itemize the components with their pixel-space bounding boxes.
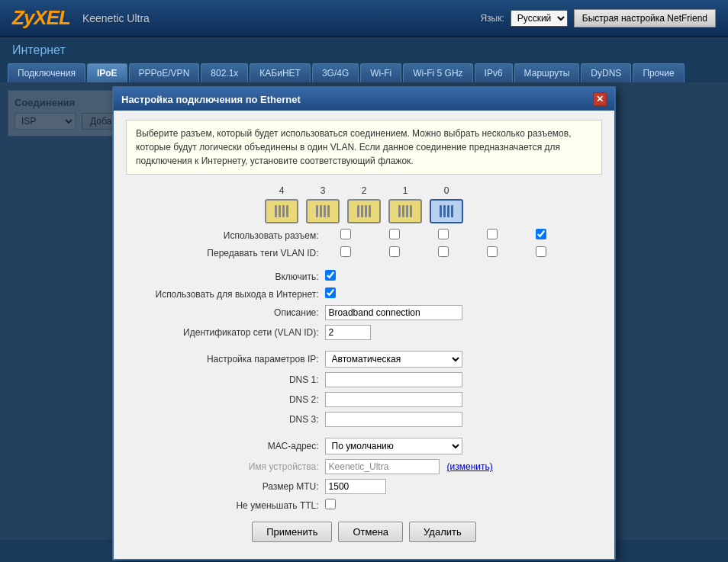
mtu-row: Размер MTU: <box>126 477 602 496</box>
dns3-row: DNS 3: <box>126 409 602 429</box>
tab-3g4g[interactable]: 3G/4G <box>312 63 359 82</box>
use-port-label: Использовать разъем: <box>126 226 322 244</box>
ethernet-settings-modal: Настройка подключения по Ethernet ✕ Выбе… <box>112 86 616 560</box>
dns2-input[interactable] <box>325 392 462 407</box>
enable-label: Включить: <box>126 268 322 285</box>
dns1-label: DNS 1: <box>126 370 322 390</box>
use-port-checks-cell <box>322 226 602 244</box>
tab-routes[interactable]: Маршруты <box>514 63 580 82</box>
port-2-icon[interactable] <box>347 199 381 223</box>
tab-connections[interactable]: Подключения <box>8 63 85 82</box>
use-port-3-check[interactable] <box>389 229 400 239</box>
ports-area: 4 3 <box>126 185 602 223</box>
port-4-icon[interactable] <box>265 199 298 223</box>
internet-checkbox[interactable] <box>325 287 336 298</box>
lang-label: Язык: <box>480 13 504 24</box>
port-0-icon[interactable] <box>430 199 463 223</box>
tabs-bar: Подключения IPoE PPPoE/VPN 802.1x КАБиНЕ… <box>0 63 728 82</box>
tab-pppoe-vpn[interactable]: PPPoE/VPN <box>129 63 200 82</box>
tab-wifi5[interactable]: Wi-Fi 5 GHz <box>403 63 472 82</box>
mtu-input[interactable] <box>325 479 386 494</box>
vlan-tag-0-check[interactable] <box>536 246 546 257</box>
vlan-id-input[interactable] <box>325 325 371 340</box>
port-0-number: 0 <box>444 185 449 196</box>
header: ZyXEL Keenetic Ultra Язык: Русский Быстр… <box>0 0 728 37</box>
info-box: Выберите разъем, который будет использов… <box>126 120 602 175</box>
modal-close-button[interactable]: ✕ <box>593 92 607 106</box>
dns2-label: DNS 2: <box>126 390 322 409</box>
use-port-0-check[interactable] <box>536 229 546 239</box>
cancel-button[interactable]: Отмена <box>338 522 403 542</box>
delete-button[interactable]: Удалить <box>409 522 476 542</box>
dns2-row: DNS 2: <box>126 390 602 409</box>
vlan-tag-4-check[interactable] <box>340 246 351 257</box>
port-1-number: 1 <box>403 185 408 196</box>
port-1-icon[interactable] <box>388 199 422 223</box>
header-left: ZyXEL Keenetic Ultra <box>12 6 150 30</box>
internet-label: Использовать для выхода в Интернет: <box>126 285 322 303</box>
ip-settings-label: Настройка параметров IP: <box>126 348 322 370</box>
vlan-tag-label: Передавать теги VLAN ID: <box>126 244 322 262</box>
tab-ipoe[interactable]: IPoE <box>87 63 127 82</box>
ttl-label: Не уменьшать TTL: <box>126 496 322 514</box>
device-name-input <box>325 459 440 474</box>
vlan-tag-checks-cell <box>322 244 602 262</box>
port-4-column: 4 <box>261 185 302 223</box>
dns3-label: DNS 3: <box>126 409 322 429</box>
mtu-label: Размер MTU: <box>126 477 322 496</box>
vlan-tag-2-check[interactable] <box>438 246 449 257</box>
modal-title: Настройка подключения по Ethernet <box>121 94 301 105</box>
use-port-2-check[interactable] <box>438 229 449 239</box>
mac-select[interactable]: По умолчанию Вручную Клонировать <box>325 438 462 454</box>
ip-settings-row: Настройка параметров IP: Автоматическая … <box>126 348 602 370</box>
modal-title-bar: Настройка подключения по Ethernet ✕ <box>114 88 614 111</box>
port-3-column: 3 <box>302 185 343 223</box>
use-port-row: Использовать разъем: <box>126 226 602 244</box>
page-title: Интернет <box>0 37 728 63</box>
use-port-1-check[interactable] <box>487 229 498 239</box>
port-2-column: 2 <box>343 185 385 223</box>
vlan-tag-3-check[interactable] <box>389 246 400 257</box>
device-name-row: Имя устройства: (изменить) <box>126 457 602 477</box>
use-port-checkboxes <box>325 229 599 242</box>
mac-row: МАС-адрес: По умолчанию Вручную Клониров… <box>126 435 602 457</box>
quick-setup-button[interactable]: Быстрая настройка NetFriend <box>574 9 716 27</box>
device-name-label: Имя устройства: <box>126 457 322 477</box>
modal-overlay: Настройка подключения по Ethernet ✕ Выбе… <box>0 82 728 540</box>
description-input[interactable] <box>325 305 462 320</box>
ttl-row: Не уменьшать TTL: <box>126 496 602 514</box>
tab-ipv6[interactable]: IPv6 <box>475 63 513 82</box>
port-3-icon[interactable] <box>306 199 340 223</box>
tab-cabinet[interactable]: КАБиНЕТ <box>250 63 311 82</box>
use-port-4-check[interactable] <box>340 229 351 239</box>
mac-label: МАС-адрес: <box>126 435 322 457</box>
main-content: Соединения ISP Добавить Настройка подклю… <box>0 82 728 540</box>
dns1-input[interactable] <box>325 372 462 387</box>
description-label: Описание: <box>126 303 322 323</box>
port-1-column: 1 <box>385 185 426 223</box>
tab-other[interactable]: Прочие <box>633 63 684 82</box>
ip-settings-select[interactable]: Автоматическая Ручная Без IP-адреса <box>325 351 462 368</box>
vlan-id-label: Идентификатор сети (VLAN ID): <box>126 323 322 342</box>
description-row: Описание: <box>126 303 602 323</box>
enable-row: Включить: <box>126 268 602 285</box>
logo-model: Keenetic Ultra <box>82 12 150 24</box>
dns3-input[interactable] <box>325 412 462 427</box>
enable-checkbox[interactable] <box>325 270 336 281</box>
ttl-checkbox[interactable] <box>325 499 336 509</box>
port-2-number: 2 <box>362 185 367 196</box>
port-3-number: 3 <box>321 185 326 196</box>
lang-select[interactable]: Русский <box>511 10 568 27</box>
change-device-name-link[interactable]: (изменить) <box>447 461 493 472</box>
vlan-tag-checkboxes <box>325 246 599 259</box>
tab-wifi[interactable]: Wi-Fi <box>360 63 401 82</box>
modal-body: Выберите разъем, который будет использов… <box>114 111 614 559</box>
apply-button[interactable]: Применить <box>252 522 332 542</box>
vlan-id-row: Идентификатор сети (VLAN ID): <box>126 323 602 342</box>
tab-dydns[interactable]: DyDNS <box>581 63 631 82</box>
internet-row: Использовать для выхода в Интернет: <box>126 285 602 303</box>
vlan-tag-1-check[interactable] <box>487 246 498 257</box>
form-table: Использовать разъем: <box>126 226 602 514</box>
modal-footer: Применить Отмена Удалить <box>126 514 602 547</box>
tab-8021x[interactable]: 802.1x <box>201 63 248 82</box>
